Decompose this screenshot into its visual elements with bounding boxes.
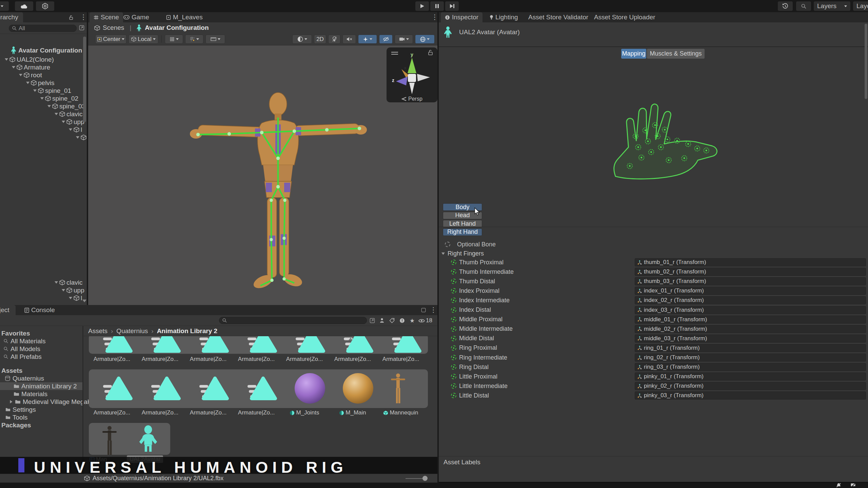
foldout-icon[interactable] [12, 66, 15, 68]
step-button[interactable] [445, 1, 459, 11]
hierarchy-item[interactable]: Armature [0, 63, 87, 71]
scene-menu-icon[interactable]: ⋮ [431, 14, 437, 20]
asset-label[interactable]: M_Main [330, 409, 376, 416]
asset-label[interactable]: Armature|Zo... [378, 356, 424, 363]
tool-settings-dropdown[interactable] [205, 35, 225, 44]
hierarchy-search-input[interactable]: All [9, 25, 77, 32]
asset-label[interactable]: Armature|Zo... [137, 409, 183, 416]
hand-diagram[interactable] [610, 102, 722, 182]
foldout-icon[interactable] [69, 297, 72, 299]
foldout-icon[interactable] [55, 281, 58, 284]
finger-transform-field[interactable]: index_01_r (Transform) [635, 287, 866, 295]
finger-transform-field[interactable]: index_02_r (Transform) [635, 296, 866, 304]
finger-transform-field[interactable]: thumb_01_r (Transform) [635, 258, 866, 266]
foldout-icon[interactable] [26, 82, 29, 84]
finger-transform-field[interactable]: index_03_r (Transform) [635, 306, 866, 314]
notifications-muted-icon[interactable] [836, 483, 841, 488]
finger-transform-field[interactable]: pinky_01_r (Transform) [635, 372, 866, 381]
asset-item[interactable] [136, 425, 160, 453]
favorites-header[interactable]: Favorites [1, 329, 30, 337]
asset-label[interactable]: Armature|Zo... [185, 356, 231, 363]
tab-asset-store-uploader[interactable]: Asset Store Uploader [590, 12, 659, 22]
hierarchy-item[interactable]: UAL2(Clone) [0, 56, 87, 63]
tab-game[interactable]: Game [119, 12, 153, 22]
orientation-dropdown[interactable]: Local [129, 35, 158, 44]
import-log-icon[interactable] [399, 318, 405, 323]
scroll-down-icon[interactable] [82, 300, 86, 302]
crumb-quaternius[interactable]: Quaternius [116, 327, 148, 335]
finger-transform-field[interactable]: pinky_03_r (Transform) [635, 391, 866, 400]
foldout-icon[interactable] [76, 136, 79, 139]
services-hub-button[interactable] [36, 1, 54, 11]
open-new-window-icon[interactable] [370, 318, 375, 323]
asset-label[interactable]: M_Joints [281, 409, 328, 416]
play-button[interactable] [415, 1, 429, 11]
asset-item[interactable] [342, 372, 374, 404]
tab-mapping[interactable]: Mapping [621, 49, 646, 59]
hierarchy-root-item[interactable]: Avatar Configuration [0, 46, 87, 54]
search-everything-button[interactable] [796, 1, 811, 11]
project-menu-icon[interactable]: ⋮ [430, 306, 437, 313]
project-tree-item[interactable]: Materials [0, 390, 82, 398]
asset-item[interactable] [150, 336, 181, 354]
packages-header[interactable]: Packages [1, 421, 31, 429]
hierarchy-item[interactable]: spine_01 [0, 87, 87, 95]
undo-history-button[interactable] [778, 1, 793, 11]
project-tree-item[interactable]: Medieval Village MegaKit [0, 398, 82, 406]
body-part-button-right-hand[interactable]: Right Hand [443, 228, 482, 236]
asset-item[interactable] [102, 375, 133, 401]
project-tree-item[interactable]: Tools [0, 413, 82, 421]
asset-item[interactable] [198, 336, 229, 354]
tab-lighting[interactable]: Lighting [486, 12, 522, 22]
tab-console[interactable]: Console [20, 305, 59, 315]
hierarchy-item[interactable]: spine_02 [0, 95, 87, 102]
asset-label[interactable]: Armature|Zo... [281, 356, 328, 363]
hierarchy-menu-icon[interactable]: ⋮ [80, 14, 87, 20]
search-by-type-icon[interactable] [379, 318, 385, 324]
pause-button[interactable] [430, 1, 444, 11]
asset-labels-section[interactable]: Asset Labels [443, 458, 480, 467]
layout-dropdown[interactable]: Layout [853, 1, 868, 11]
increment-snap-dropdown[interactable] [185, 35, 203, 44]
pivot-dropdown[interactable]: Center [95, 35, 126, 44]
hierarchy-item[interactable]: l [0, 126, 87, 134]
finger-transform-field[interactable]: ring_01_r (Transform) [635, 344, 866, 352]
asset-item[interactable] [391, 336, 422, 354]
2d-toggle[interactable]: 2D [314, 35, 326, 44]
favorites-item[interactable]: All Models [3, 345, 40, 353]
foldout-icon[interactable] [47, 105, 51, 107]
asset-item[interactable] [294, 372, 326, 404]
project-search-input[interactable] [219, 317, 367, 324]
inspector-scrollbar[interactable] [865, 24, 867, 99]
tab-scene[interactable]: Scene [90, 12, 123, 22]
finger-transform-field[interactable]: middle_01_r (Transform) [635, 316, 866, 324]
asset-item[interactable] [246, 336, 277, 354]
finger-transform-field[interactable]: ring_03_r (Transform) [635, 363, 866, 371]
asset-label[interactable]: Armature|Zo... [233, 356, 279, 363]
mannequin-model[interactable] [190, 85, 380, 305]
finger-transform-field[interactable]: thumb_03_r (Transform) [635, 277, 866, 285]
tab-muscles-settings[interactable]: Muscles & Settings [647, 49, 705, 59]
maximize-icon[interactable] [421, 308, 426, 312]
hierarchy-item[interactable]: root [0, 71, 87, 79]
asset-item[interactable] [102, 425, 117, 455]
favorites-star-icon[interactable]: ★ [410, 317, 415, 324]
finger-transform-field[interactable]: thumb_02_r (Transform) [635, 268, 866, 276]
foldout-icon[interactable] [62, 121, 65, 123]
body-part-button-left-hand[interactable]: Left Hand [443, 220, 482, 227]
asset-item[interactable] [294, 336, 326, 354]
asset-item[interactable] [150, 375, 181, 401]
layers-dropdown[interactable]: Layers [814, 1, 850, 11]
hierarchy-item[interactable]: clavic [0, 110, 87, 118]
grid-snap-dropdown[interactable] [165, 35, 183, 44]
favorites-item[interactable]: All Prefabs [3, 353, 42, 361]
hierarchy-scrollbar[interactable] [83, 37, 86, 122]
project-tree-item[interactable]: Settings [0, 406, 82, 413]
camera-dropdown[interactable] [395, 35, 413, 44]
asset-item[interactable] [102, 336, 133, 354]
asset-item[interactable] [342, 336, 374, 354]
favorites-item[interactable]: All Materials [3, 337, 45, 345]
foldout-icon[interactable] [69, 128, 72, 131]
shading-mode-dropdown[interactable] [292, 35, 312, 44]
crumb-animation-library-2[interactable]: Animation Library 2 [157, 327, 217, 335]
